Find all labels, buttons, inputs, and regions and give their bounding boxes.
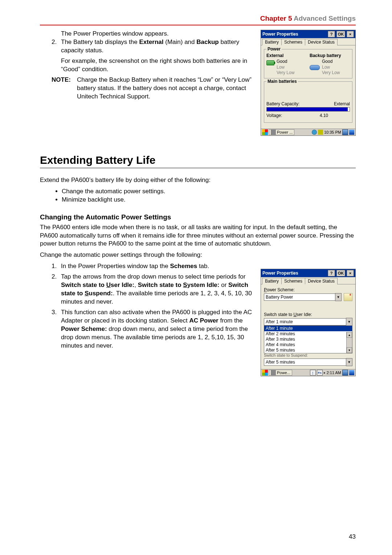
- user-idle-dropdown-list: After 1 minute After 2 minutes After 3 m…: [264, 325, 352, 353]
- battery-capacity-row: Battery Capacity: External: [266, 101, 350, 106]
- scroll-down-icon[interactable]: ▼: [347, 347, 352, 353]
- tab-schemes[interactable]: Schemes: [281, 39, 305, 45]
- system-tray: 10:35 PM: [312, 129, 354, 135]
- step-1: 1. In the Power Properties window tap th…: [40, 262, 254, 271]
- subsection-para2: Change the automatic power settings thro…: [40, 251, 356, 259]
- backup-good: Good: [322, 59, 340, 65]
- backup-battery-icon: [310, 64, 320, 70]
- tab-device-status[interactable]: Device Status: [305, 278, 338, 284]
- document-page: Chapter 5 Advanced Settings The Power Pr…: [0, 0, 392, 555]
- help-button[interactable]: ?: [328, 270, 335, 276]
- dropdown-option[interactable]: After 1 minute: [264, 326, 352, 331]
- ok-button[interactable]: OK: [336, 31, 345, 37]
- caret-icon: ▸: [324, 371, 326, 374]
- subsection-title: Changing the Automatic Power Settings: [40, 213, 356, 221]
- note-label: NOTE:: [52, 76, 77, 101]
- backup-low: Low: [322, 65, 340, 70]
- backup-column: Backup battery Good Low Very Low: [310, 53, 350, 76]
- battery-capacity-label: Battery Capacity:: [266, 101, 299, 106]
- tab-bar: Battery Schemes Device Status: [261, 277, 355, 284]
- volume-icon[interactable]: [318, 130, 323, 135]
- keyboard-mode-icon[interactable]: ¦: [310, 370, 316, 376]
- dropdown-option[interactable]: After 5 minutes: [264, 348, 352, 353]
- suspend-dropdown[interactable]: After 5 minutes ▼: [264, 358, 352, 366]
- window-title: Power Properties: [262, 271, 326, 276]
- step-3: 3. This function can also activate when …: [40, 308, 254, 350]
- steps-row: 1. In the Power Properties window tap th…: [40, 262, 356, 376]
- note-block: NOTE: Charge the Backup Battery when it …: [40, 76, 254, 101]
- taskbar: Power ... 10:35 PM: [261, 129, 355, 135]
- page-number: 43: [349, 533, 356, 540]
- start-icon[interactable]: [262, 370, 268, 376]
- power-scheme-value: Battery Power: [264, 293, 335, 301]
- suspend-value: After 5 minutes: [264, 358, 346, 366]
- battery-capacity-value: External: [334, 101, 350, 106]
- screenshot-power-properties-battery: Power Properties ? OK × Battery Schemes …: [261, 30, 356, 136]
- dropdown-option[interactable]: After 4 minutes: [264, 342, 352, 348]
- chapter-number: Chapter 5: [260, 15, 292, 22]
- backup-heading: Backup battery: [310, 53, 350, 58]
- step-2: 2. Tap the arrows from the drop down men…: [40, 273, 254, 306]
- desktop-icon[interactable]: [342, 370, 348, 376]
- tab-schemes[interactable]: Schemes: [281, 278, 305, 284]
- power-scheme-label: Power Scheme:: [264, 287, 352, 292]
- window-titlebar: Power Properties ? OK ×: [261, 30, 355, 38]
- close-button[interactable]: ×: [347, 31, 354, 37]
- chapter-name: Advanced Settings: [294, 15, 356, 22]
- header-rule: [40, 25, 356, 25]
- chapter-header: Chapter 5 Advanced Settings: [40, 15, 356, 23]
- external-low: Low: [277, 65, 294, 70]
- section-rule: [40, 168, 356, 168]
- user-idle-value: After 1 minute: [264, 318, 346, 325]
- section-title: Extending Battery Life: [40, 154, 356, 166]
- external-battery-icon: [266, 60, 274, 74]
- dropdown-option[interactable]: After 3 minutes: [264, 337, 352, 342]
- screenshot-power-properties-schemes: Power Properties ? OK × Battery Schemes …: [261, 269, 356, 376]
- external-column: External Good Low Very Low: [266, 53, 307, 76]
- window-title: Power Properties: [262, 32, 326, 37]
- power-scheme-dropdown[interactable]: Battery Power ▼: [264, 293, 342, 301]
- tab-battery[interactable]: Battery: [262, 278, 282, 284]
- network-icon[interactable]: [312, 130, 317, 135]
- start-icon[interactable]: [262, 129, 268, 135]
- tab-device-status[interactable]: Device Status: [305, 39, 338, 45]
- tab-battery[interactable]: Battery: [262, 39, 282, 45]
- voltage-row: Voltage: 4.10: [266, 113, 350, 118]
- ok-button[interactable]: OK: [336, 270, 345, 276]
- fn-key-icon[interactable]: Fn: [317, 370, 323, 376]
- tab-bar: Battery Schemes Device Status: [261, 38, 355, 45]
- desktop-icon[interactable]: [342, 129, 348, 135]
- voltage-label: Voltage:: [266, 113, 282, 118]
- main-batteries-legend: Main batteries: [266, 79, 298, 84]
- section-intro: Extend the PA600’s battery life by doing…: [40, 176, 356, 185]
- user-idle-dropdown[interactable]: After 1 minute ▼: [264, 318, 352, 326]
- chevron-down-icon[interactable]: ▼: [335, 293, 342, 301]
- clock: 2:11 AM: [327, 370, 341, 375]
- taskbar-app-button[interactable]: Power ...: [269, 129, 294, 135]
- scroll-up-icon[interactable]: ▲: [347, 332, 352, 338]
- note-text: Charge the Backup Battery when it reache…: [77, 76, 254, 101]
- chevron-down-icon[interactable]: ▼: [346, 358, 352, 366]
- battery-plus-icon: [344, 293, 352, 301]
- subsection-para1: The PA600 enters idle mode when there is…: [40, 223, 356, 248]
- list-item-2: 2. The Battery tab displays the External…: [40, 38, 254, 74]
- help-button[interactable]: ?: [328, 31, 335, 37]
- list-item-2-para2: For example, the screenshot on the right…: [61, 57, 254, 74]
- connection-icon[interactable]: [349, 130, 354, 135]
- voltage-value: 4.10: [320, 113, 328, 118]
- clock: 10:35 PM: [324, 130, 341, 134]
- taskbar-app-button[interactable]: Powe...: [269, 370, 292, 376]
- bullet-item: Minimize backlight use.: [62, 196, 356, 204]
- tab-body: Power Scheme: Battery Power ▼ Switch sta…: [261, 284, 355, 369]
- connection-icon[interactable]: [349, 370, 354, 375]
- external-heading: External: [266, 53, 307, 58]
- gear-icon: [271, 370, 276, 375]
- top-text-column: The Power Properties window appears. 2. …: [40, 30, 254, 101]
- close-button[interactable]: ×: [347, 270, 354, 276]
- dropdown-scrollbar[interactable]: ▲ ▼: [346, 332, 352, 353]
- steps-text-column: 1. In the Power Properties window tap th…: [40, 262, 254, 352]
- chevron-down-icon[interactable]: ▼: [346, 318, 352, 326]
- dropdown-option[interactable]: After 2 minutes: [264, 331, 352, 337]
- power-fieldset: Power External Good Low: [264, 49, 352, 78]
- intro-line: The Power Properties window appears.: [40, 30, 254, 38]
